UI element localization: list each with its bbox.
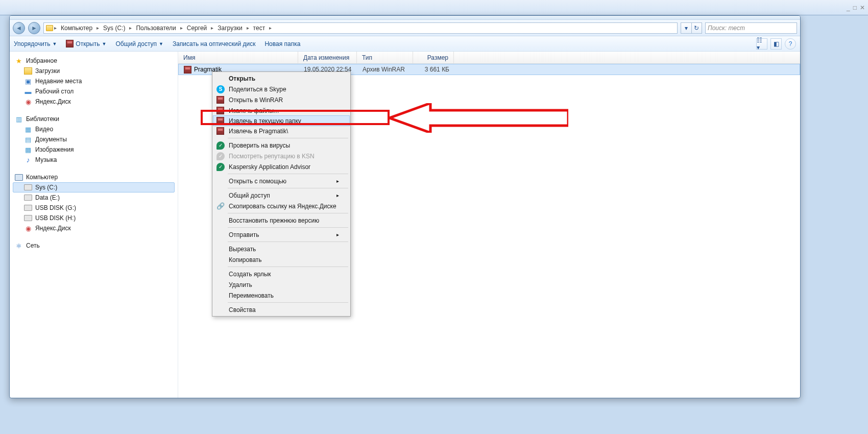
sidebar-section-network[interactable]: ⚛Сеть — [13, 240, 175, 251]
open-button[interactable]: Открыть ▼ — [66, 40, 106, 47]
breadcrumb-item[interactable]: Sys (C:) — [100, 23, 128, 33]
ctx-open-winrar[interactable]: Открыть в WinRAR — [213, 94, 349, 105]
new-folder-button[interactable]: Новая папка — [264, 40, 300, 47]
ctx-copy[interactable]: Копировать — [213, 254, 349, 265]
skype-icon: S — [216, 85, 225, 93]
col-type[interactable]: Тип — [357, 52, 413, 63]
chevron-right-icon[interactable]: ▸ — [97, 25, 99, 31]
ctx-restore-version[interactable]: Восстановить прежнюю версию — [213, 215, 349, 226]
browser-chrome: _ □ ✕ — [0, 0, 868, 15]
computer-icon — [15, 173, 23, 181]
share-button[interactable]: Общий доступ ▼ — [115, 40, 163, 47]
drive-icon — [24, 183, 32, 191]
organize-button[interactable]: Упорядочить ▼ — [14, 40, 57, 47]
sidebar-item-usb-g[interactable]: USB DISK (G:) — [13, 203, 175, 213]
breadcrumb[interactable]: ▸ Компьютер▸ Sys (C:)▸ Пользователи▸ Сер… — [43, 22, 678, 34]
window-titlebar[interactable] — [10, 16, 800, 20]
view-options-button[interactable]: ☷ ▾ — [756, 38, 767, 50]
submenu-arrow-icon: ▸ — [336, 232, 339, 237]
sidebar-section-computer[interactable]: Компьютер — [13, 172, 175, 182]
winrar-icon — [216, 117, 224, 125]
star-icon: ★ — [15, 57, 23, 65]
sidebar-item-music[interactable]: ♪Музыка — [13, 155, 175, 165]
sidebar-item-images[interactable]: ▩Изображения — [13, 144, 175, 155]
ctx-share-skype[interactable]: SПоделиться в Skype — [213, 84, 349, 94]
ctx-open[interactable]: Открыть — [213, 73, 349, 84]
sidebar-section-favorites[interactable]: ★Избранное — [13, 56, 175, 66]
ctx-scan-virus[interactable]: ✓Проверить на вирусы — [213, 140, 349, 151]
nav-forward-button[interactable]: ► — [28, 22, 40, 34]
sidebar-item-yandexdisk[interactable]: ◉Яндекс.Диск — [13, 97, 175, 107]
col-date[interactable]: Дата изменения — [298, 52, 357, 63]
ctx-extract-here[interactable]: Извлечь в текущую папку — [213, 115, 350, 126]
sidebar-item-sys-c[interactable]: Sys (C:) — [13, 182, 175, 192]
chevron-right-icon[interactable]: ▸ — [269, 25, 272, 31]
toolbar: Упорядочить ▼ Открыть ▼ Общий доступ ▼ З… — [10, 36, 800, 52]
ctx-properties[interactable]: Свойства — [213, 304, 349, 315]
history-dropdown-button[interactable]: ▾ — [681, 22, 691, 34]
col-size[interactable]: Размер — [413, 52, 454, 63]
drive-icon — [24, 214, 32, 222]
ctx-rename[interactable]: Переименовать — [213, 290, 349, 301]
refresh-button[interactable]: ↻ — [691, 22, 703, 34]
context-menu: Открыть SПоделиться в Skype Открыть в Wi… — [212, 71, 351, 317]
preview-pane-button[interactable]: ◧ — [770, 38, 782, 50]
ctx-separator — [228, 267, 348, 267]
navigation-pane: ★Избранное Загрузки ▣Недавние места ▬Раб… — [10, 52, 178, 398]
ctx-cut[interactable]: Вырезать — [213, 244, 349, 254]
ctx-share-access[interactable]: Общий доступ▸ — [213, 190, 349, 201]
sidebar-item-yandexdisk-drive[interactable]: ◉Яндекс.Диск — [13, 223, 175, 233]
search-placeholder: Поиск: тест — [708, 25, 745, 32]
kaspersky-icon: ✓ — [216, 152, 225, 160]
chevron-right-icon[interactable]: ▸ — [247, 25, 249, 31]
sidebar-item-downloads[interactable]: Загрузки — [13, 66, 175, 76]
drive-icon — [24, 204, 32, 212]
address-actions: ▾ ↻ — [681, 22, 702, 34]
submenu-arrow-icon: ▸ — [336, 178, 339, 184]
chevron-right-icon[interactable]: ▸ — [211, 25, 213, 31]
ctx-extract-to[interactable]: Извлечь в Pragmatik\ — [213, 126, 349, 136]
breadcrumb-item[interactable]: тест — [250, 23, 269, 33]
ctx-extract-files[interactable]: Извлечь файлы... — [213, 105, 349, 116]
window-max-icon[interactable]: □ — [853, 4, 857, 11]
sidebar-item-videos[interactable]: ▦Видео — [13, 124, 175, 134]
breadcrumb-item[interactable]: Компьютер — [58, 23, 95, 33]
chevron-right-icon[interactable]: ▸ — [129, 25, 132, 31]
sidebar-item-usb-h[interactable]: USB DISK (H:) — [13, 213, 175, 223]
window-min-icon[interactable]: _ — [847, 4, 850, 11]
ctx-separator — [228, 302, 348, 303]
breadcrumb-item[interactable]: Пользователи — [133, 23, 179, 33]
video-icon: ▦ — [24, 125, 32, 133]
ctx-yandex-link[interactable]: 🔗Скопировать ссылку на Яндекс.Диске — [213, 201, 349, 211]
ctx-ksn-rep[interactable]: ✓Посмотреть репутацию в KSN — [213, 151, 349, 161]
network-icon: ⚛ — [15, 242, 23, 250]
breadcrumb-item[interactable]: Загрузки — [214, 23, 245, 33]
ctx-kasp-advisor[interactable]: ✓Kaspersky Application Advisor — [213, 161, 349, 172]
yandex-disk-icon: ◉ — [24, 224, 32, 232]
sidebar-section-libraries[interactable]: ▥Библиотеки — [13, 114, 175, 124]
help-button[interactable]: ? — [785, 38, 796, 50]
window-close-icon[interactable]: ✕ — [860, 4, 865, 11]
address-row: ◄ ► ▸ Компьютер▸ Sys (C:)▸ Пользователи▸… — [10, 20, 800, 36]
ctx-open-with[interactable]: Открыть с помощью▸ — [213, 176, 349, 186]
sidebar-item-documents[interactable]: ▤Документы — [13, 134, 175, 144]
chevron-right-icon[interactable]: ▸ — [54, 25, 57, 31]
winrar-icon — [66, 40, 74, 47]
ctx-delete[interactable]: Удалить — [213, 279, 349, 290]
search-input[interactable]: Поиск: тест — [705, 22, 797, 34]
col-name[interactable]: Имя — [178, 52, 298, 63]
burn-button[interactable]: Записать на оптический диск — [173, 40, 256, 47]
sidebar-item-recent[interactable]: ▣Недавние места — [13, 76, 175, 86]
chevron-right-icon[interactable]: ▸ — [180, 25, 183, 31]
column-headers: Имя Дата изменения Тип Размер — [178, 52, 800, 64]
nav-back-button[interactable]: ◄ — [13, 22, 25, 34]
folder-icon — [24, 67, 32, 75]
breadcrumb-item[interactable]: Сергей — [184, 23, 210, 33]
sidebar-item-desktop[interactable]: ▬Рабочий стол — [13, 86, 175, 97]
documents-icon: ▤ — [24, 135, 32, 143]
ctx-create-shortcut[interactable]: Создать ярлык — [213, 269, 349, 279]
sidebar-item-data-e[interactable]: Data (E:) — [13, 192, 175, 203]
ctx-separator — [228, 213, 348, 213]
ctx-send-to[interactable]: Отправить▸ — [213, 229, 349, 240]
libraries-icon: ▥ — [15, 115, 23, 123]
